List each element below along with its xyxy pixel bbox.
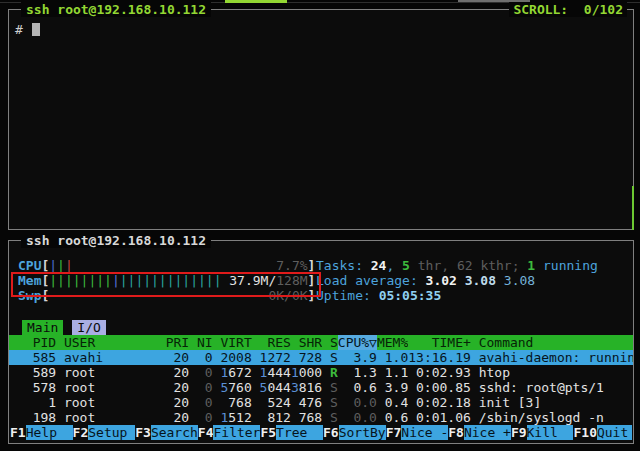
pane-shell[interactable]: ssh root@192.168.10.112 SCROLL: 0/102 # (8, 9, 634, 230)
stat-tasks-text: , (386, 258, 402, 273)
mem-rest: 000 (299, 365, 322, 380)
htop-table-header: PIDUSERPRINIVIRTRESSHRSCPU%▽MEM%TIME+Com… (9, 335, 633, 350)
fkey-label: Nice + (464, 425, 511, 440)
cell-value: 0.4 (385, 395, 408, 410)
fkey-f8[interactable]: F8Nice + (448, 425, 511, 440)
tab-io[interactable]: I/O (72, 320, 105, 335)
cell-value: 524 (267, 395, 290, 410)
meter-mem: Mem[||||||||||||||||||||||37.9M/128M] (18, 273, 316, 288)
cell-s: S (322, 410, 338, 425)
mem-rest: 044 (267, 380, 290, 395)
cell-s: S (322, 350, 338, 365)
col-header-pid[interactable]: PID (17, 335, 56, 350)
cell-virt: 5760 (213, 380, 252, 395)
pane-htop[interactable]: ssh root@192.168.10.112 CPU[|||7.7%]Mem[… (8, 240, 634, 444)
mem-thousands: 3 (291, 380, 299, 395)
meter-value-text: 37.9M/ (229, 273, 276, 288)
meter-bar-segment: | (65, 258, 73, 273)
cell-value: 589 (33, 365, 56, 380)
tab-main[interactable]: Main (22, 320, 63, 335)
cell-command: avahi-daemon: running (479, 350, 633, 365)
fkey-number: F9 (511, 425, 527, 440)
fkey-label: Setup (88, 425, 135, 440)
process-row-585[interactable]: 585avahi20020081272728S3.91.013:16.19ava… (9, 350, 633, 365)
mem-rest: 512 (228, 410, 251, 425)
cell-virt: 1512 (213, 410, 252, 425)
cell-value: 20 (174, 380, 190, 395)
cell-value: 476 (299, 395, 322, 410)
scroll-value: 0/102 (584, 2, 623, 17)
cell-pri: 20 (142, 380, 189, 395)
meter-value-text: 128M (276, 273, 307, 288)
cell-value: htop (479, 365, 510, 380)
cell-time: 0:01.06 (408, 410, 471, 425)
fkey-f6[interactable]: F6SortBy (323, 425, 386, 440)
fkey-f9[interactable]: F9Kill (511, 425, 574, 440)
cell-command: htop (479, 365, 633, 380)
cell-virt: 2008 (213, 350, 252, 365)
cell-value: 0 (205, 395, 213, 410)
cell-value: 585 (33, 350, 56, 365)
meter-bar-segment: |||||||| (49, 273, 112, 288)
cell-value: S (330, 350, 338, 365)
fkey-f3[interactable]: F3Search (135, 425, 198, 440)
fkey-number: F8 (448, 425, 464, 440)
cell-value: 0.0 (353, 395, 376, 410)
meter-bar-cpu: |||7.7% (49, 258, 307, 273)
meter-value-cpu: 7.7% (276, 258, 307, 273)
cell-value: 20 (174, 395, 190, 410)
stat-tasks-text: 24 (371, 258, 387, 273)
cell-mem: 3.9 (377, 380, 408, 395)
cell-value: 728 (299, 350, 322, 365)
meter-cpu: CPU[|||7.7%] (18, 258, 316, 273)
cell-value: 1.0 (385, 350, 408, 365)
meter-bar-mem: ||||||||||||||||||||||37.9M/128M (49, 273, 307, 288)
htop-process-table: 585avahi20020081272728S3.91.013:16.19ava… (9, 350, 633, 425)
fkey-f5[interactable]: F5Tree (260, 425, 323, 440)
col-header-pri[interactable]: PRI (142, 335, 189, 350)
col-header-shr[interactable]: SHR (291, 335, 322, 350)
cell-time: 0:02.93 (408, 365, 471, 380)
fkey-f1[interactable]: F1Help (10, 425, 73, 440)
process-row-578[interactable]: 578root200576050443816S0.63.90:00.85sshd… (9, 380, 633, 395)
fkey-label: Filter (213, 425, 260, 440)
cell-value: sshd: root@pts/1 (479, 380, 604, 395)
shell-prompt[interactable]: # (15, 22, 40, 38)
col-header-s[interactable]: S (322, 335, 338, 350)
meter-label-mem: Mem (18, 273, 41, 288)
col-header-mem[interactable]: MEM% (377, 335, 408, 350)
cell-value: 768 (299, 410, 322, 425)
meter-bracket-open: [ (41, 273, 49, 288)
cell-user: root (64, 410, 142, 425)
cell-value: /sbin/syslogd -n (479, 410, 604, 425)
process-row-198[interactable]: 198root2001512812768S0.00.60:01.06/sbin/… (9, 410, 633, 425)
prompt-symbol: # (15, 22, 23, 37)
stat-tasks-text: ; (512, 258, 528, 273)
htop-app: CPU[|||7.7%]Mem[||||||||||||||||||||||37… (9, 241, 633, 443)
fkey-f10[interactable]: F10Quit (573, 425, 632, 440)
fkey-f2[interactable]: F2Setup (73, 425, 136, 440)
meter-value-text: 0K/0K (268, 288, 307, 303)
cell-value: 0:00.85 (416, 380, 471, 395)
fkey-f4[interactable]: F4Filter (198, 425, 261, 440)
col-header-virt[interactable]: VIRT (213, 335, 252, 350)
cell-ni: 0 (189, 410, 212, 425)
cell-value: 1.3 (353, 365, 376, 380)
col-header-cpu[interactable]: CPU%▽ (338, 335, 377, 350)
pane-active-edge (632, 186, 634, 230)
col-header-user[interactable]: USER (64, 335, 142, 350)
process-row-589[interactable]: 589root200167214441000R1.31.10:02.93htop (9, 365, 633, 380)
col-header-res[interactable]: RES (252, 335, 291, 350)
cell-pid: 589 (17, 365, 56, 380)
cell-value: 812 (267, 410, 290, 425)
process-row-1[interactable]: 1root200768524476S0.00.40:02.18init [3] (9, 395, 633, 410)
cell-value: S (330, 410, 338, 425)
cell-shr: 768 (291, 410, 322, 425)
col-header-command[interactable]: Command (479, 335, 633, 350)
fkey-f7[interactable]: F7Nice - (386, 425, 449, 440)
cell-pri: 20 (142, 410, 189, 425)
col-header-ni[interactable]: NI (189, 335, 212, 350)
stat-load-text: 3.08 (465, 273, 496, 288)
col-header-time[interactable]: TIME+ (408, 335, 471, 350)
cell-command: sshd: root@pts/1 (479, 380, 633, 395)
